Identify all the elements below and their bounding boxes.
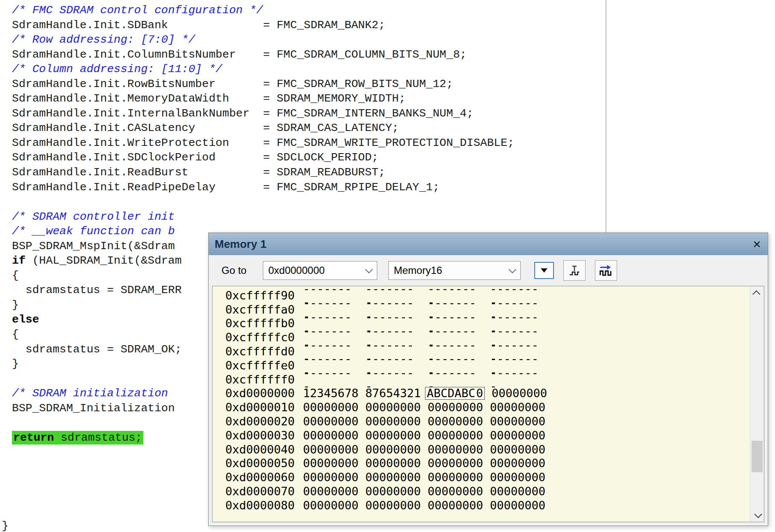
memory-cell[interactable]: 00000000	[428, 443, 483, 456]
code-line: /* FMC SDRAM control configuration */	[12, 3, 606, 18]
memory-cell[interactable]: 00000000	[303, 429, 358, 442]
memory-row: 0xd0000080000000000000000000000000000000…	[213, 498, 749, 512]
memory-cell[interactable]: 00000000	[428, 429, 483, 442]
memory-address: 0xd0000060	[225, 471, 296, 484]
scrollbar-thumb[interactable]	[752, 441, 763, 472]
goto-address-value: 0xd0000000	[268, 265, 325, 276]
memory-toolbar: Go to 0xd0000000 Memory16	[209, 255, 768, 286]
memory-cell[interactable]: 00000000	[303, 456, 358, 470]
code-line: /* SDRAM controller init	[12, 209, 606, 224]
vertical-scrollbar[interactable]	[750, 286, 764, 522]
memory-cell[interactable]: 00000000	[365, 415, 421, 428]
memory-address: 0xd0000050	[225, 456, 296, 470]
memory-cell[interactable]: 00000000	[490, 429, 545, 442]
memory-cell[interactable]: 12345678	[303, 387, 358, 400]
memory-address: 0xcfffff90	[225, 289, 296, 302]
memory-cell[interactable]: 00000000	[428, 471, 483, 484]
probe-pulse-icon	[568, 264, 581, 277]
chevron-down-icon[interactable]	[508, 265, 516, 273]
memory-cell[interactable]: 00000000	[490, 443, 545, 456]
memory-cell[interactable]: 00000000	[490, 499, 545, 512]
memory-address: 0xcfffffd0	[225, 345, 296, 358]
goto-address-combobox[interactable]: 0xd0000000	[263, 261, 377, 280]
memory-cell[interactable]: 00000000	[428, 456, 483, 470]
memory-row: 0xd0000070000000000000000000000000000000…	[213, 484, 749, 498]
memory-row: 0xd0000010000000000000000000000000000000…	[213, 400, 749, 414]
memory-row: 0xd0000040000000000000000000000000000000…	[213, 442, 749, 456]
memory-format-value: Memory16	[394, 265, 442, 276]
scroll-up-button[interactable]	[750, 286, 764, 300]
memory-address: 0xcffffff0	[225, 373, 296, 386]
code-line	[12, 195, 606, 209]
memory-cell[interactable]: 00000000	[303, 443, 358, 456]
waveform-refresh-arrow-icon	[599, 264, 613, 277]
code-line: SdramHandle.Init.ReadPipeDelay = FMC_SDR…	[12, 180, 606, 195]
memory-address: 0xd0000070	[225, 485, 296, 498]
memory-cell[interactable]: 00000000	[365, 429, 421, 442]
code-line: SdramHandle.Init.InternalBankNumber = FM…	[12, 106, 606, 121]
memory-cell[interactable]: 00000000	[365, 443, 421, 456]
memory-cell[interactable]: 00000000	[492, 387, 547, 400]
memory-cell[interactable]: 00000000	[365, 485, 421, 498]
memory-cell[interactable]: 00000000	[303, 401, 358, 414]
code-line: SdramHandle.Init.RowBitsNumber = FMC_SDR…	[12, 77, 606, 92]
memory-row: 0xcffffff0------------------------------…	[213, 372, 749, 387]
memory-address: 0xcfffffb0	[225, 317, 296, 330]
code-line: SdramHandle.Init.ColumnBitsNumber = FMC_…	[12, 47, 606, 62]
scroll-down-button[interactable]	[750, 508, 764, 522]
memory-address: 0xd0000080	[225, 499, 296, 512]
memory-cell[interactable]: 00000000	[303, 415, 358, 428]
code-line: /* Column addressing: [11:0] */	[12, 62, 606, 77]
memory-cell[interactable]: 00000000	[428, 499, 483, 512]
memory-row: 0xd0000060000000000000000000000000000000…	[213, 470, 749, 484]
chevron-down-icon[interactable]	[365, 265, 373, 273]
chevron-up-icon	[752, 290, 760, 298]
close-button[interactable]: ×	[753, 237, 761, 251]
memory-view-area[interactable]: 0xcfffff90------------------------------…	[212, 286, 764, 522]
memory-cell[interactable]: 00000000	[303, 499, 358, 512]
memory-address: 0xd0000000	[225, 387, 296, 400]
memory-cell[interactable]: 00000000	[365, 499, 421, 512]
memory-cell[interactable]: 00000000	[490, 471, 545, 484]
window-title: Memory 1	[215, 238, 753, 251]
memory-cell[interactable]: 00000000	[428, 401, 483, 414]
memory-cell[interactable]: 00000000	[365, 401, 421, 414]
memory-row: 0xd00000001234567887654321ABCDABC0000000…	[213, 387, 749, 401]
memory-window-titlebar[interactable]: Memory 1 ×	[209, 233, 768, 255]
memory-cell[interactable]: 87654321	[365, 387, 421, 400]
desktop: /* FMC SDRAM control configuration */Sdr…	[0, 0, 775, 532]
code-line: /* Row addressing: [7:0] */	[12, 32, 606, 47]
memory-address: 0xcfffffa0	[225, 303, 296, 316]
triangle-down-icon	[541, 268, 548, 273]
memory-address: 0xd0000040	[225, 443, 296, 456]
options-dropdown-button[interactable]	[534, 262, 554, 279]
memory-cell[interactable]: 00000000	[490, 401, 545, 414]
memory-address: 0xcfffffe0	[225, 359, 296, 372]
memory-address: 0xd0000030	[225, 429, 296, 442]
probe-toolbar-button[interactable]	[563, 260, 586, 281]
memory-row: 0xd0000050000000000000000000000000000000…	[213, 456, 749, 471]
memory-cell-editing[interactable]: ABCDABC0	[425, 387, 485, 400]
memory-cell[interactable]: 00000000	[365, 471, 421, 484]
code-line: SdramHandle.Init.CASLatency = SDRAM_CAS_…	[12, 121, 606, 136]
memory-cell[interactable]: 00000000	[303, 471, 358, 484]
memory-address: 0xd0000010	[225, 401, 296, 414]
goto-label: Go to	[221, 265, 247, 276]
code-line: SdramHandle.Init.ReadBurst = SDRAM_READB…	[12, 165, 606, 180]
memory-row: 0xd0000020000000000000000000000000000000…	[213, 414, 749, 428]
memory-cell[interactable]: 00000000	[490, 485, 545, 498]
memory-cell[interactable]: 00000000	[490, 456, 545, 470]
memory-cell[interactable]: 00000000	[428, 415, 483, 428]
memory-rows: 0xcfffff90------------------------------…	[213, 288, 749, 512]
memory-format-combobox[interactable]: Memory16	[388, 261, 521, 280]
memory-window: Memory 1 × Go to 0xd0000000 Memory16	[208, 233, 768, 526]
editor-split-line	[606, 0, 606, 233]
memory-row: 0xd0000030000000000000000000000000000000…	[213, 428, 749, 442]
memory-cell[interactable]: 00000000	[303, 485, 358, 498]
refresh-waveform-button[interactable]	[595, 260, 617, 281]
memory-cell[interactable]: 00000000	[490, 415, 545, 428]
memory-cell[interactable]: 00000000	[428, 485, 483, 498]
memory-cell[interactable]: 00000000	[365, 456, 421, 470]
code-line: SdramHandle.Init.MemoryDataWidth = SDRAM…	[12, 91, 606, 106]
execution-highlight: return sdramstatus;	[12, 431, 143, 445]
